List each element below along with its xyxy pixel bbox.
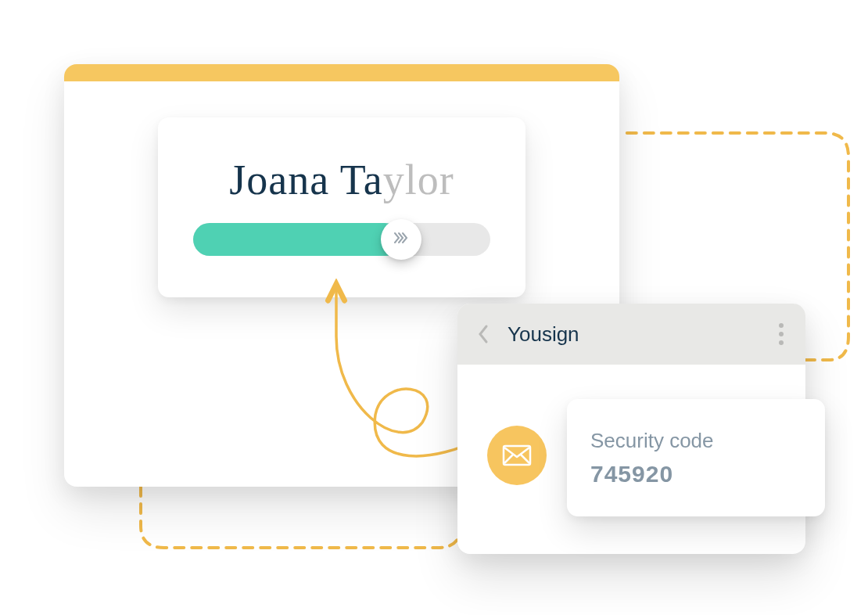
signature-card: Joana Taylor	[158, 117, 525, 297]
notification-app-name: Yousign	[508, 322, 762, 347]
signature-name-typed: Joana Ta	[229, 156, 383, 203]
notification-window: Yousign Security code 745920	[457, 304, 805, 554]
chevrons-right-icon	[393, 232, 409, 248]
security-code-card: Security code 745920	[567, 399, 825, 516]
kebab-menu-icon[interactable]	[779, 323, 787, 345]
security-code-value: 745920	[590, 461, 802, 487]
notification-body: Security code 745920	[457, 365, 805, 554]
sign-slider-knob[interactable]	[381, 219, 421, 260]
security-code-label: Security code	[590, 429, 802, 453]
notification-header: Yousign	[457, 304, 805, 365]
document-window-titlebar	[64, 64, 619, 81]
sign-slider-fill	[193, 223, 401, 256]
back-icon[interactable]	[476, 323, 490, 345]
mail-icon	[487, 426, 547, 485]
signature-name: Joana Taylor	[229, 159, 454, 201]
signature-name-remaining: ylor	[383, 156, 454, 203]
sign-slider[interactable]	[193, 223, 490, 256]
